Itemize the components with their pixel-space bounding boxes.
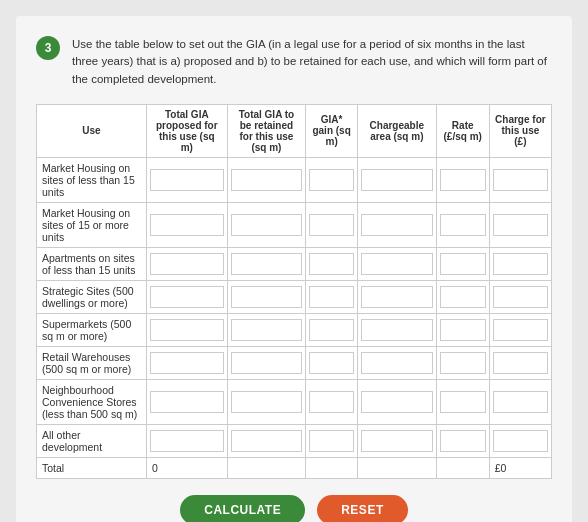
input-cell-r1-c5[interactable]: [489, 202, 551, 247]
input-cell-r4-c2[interactable]: [306, 313, 358, 346]
input-r6-c4[interactable]: [440, 391, 486, 413]
input-cell-r0-c0[interactable]: [147, 157, 228, 202]
input-r5-c4[interactable]: [440, 352, 486, 374]
input-r6-c2[interactable]: [309, 391, 354, 413]
input-r3-c3[interactable]: [361, 286, 433, 308]
input-r6-c5[interactable]: [493, 391, 548, 413]
input-r4-c0[interactable]: [150, 319, 224, 341]
input-cell-r5-c3[interactable]: [357, 346, 436, 379]
input-cell-r4-c5[interactable]: [489, 313, 551, 346]
input-cell-r0-c5[interactable]: [489, 157, 551, 202]
input-cell-r5-c1[interactable]: [227, 346, 306, 379]
input-cell-r3-c1[interactable]: [227, 280, 306, 313]
input-r1-c3[interactable]: [361, 214, 433, 236]
use-label-2: Apartments on sites of less than 15 unit…: [37, 247, 147, 280]
input-r6-c0[interactable]: [150, 391, 224, 413]
input-cell-r7-c3[interactable]: [357, 424, 436, 457]
input-r0-c3[interactable]: [361, 169, 433, 191]
calculate-button[interactable]: CALCULATE: [180, 495, 305, 522]
input-cell-r1-c0[interactable]: [147, 202, 228, 247]
input-r7-c5[interactable]: [493, 430, 548, 452]
input-cell-r4-c1[interactable]: [227, 313, 306, 346]
input-r0-c2[interactable]: [309, 169, 354, 191]
input-cell-r5-c2[interactable]: [306, 346, 358, 379]
input-r5-c2[interactable]: [309, 352, 354, 374]
input-cell-r7-c1[interactable]: [227, 424, 306, 457]
input-cell-r7-c4[interactable]: [436, 424, 489, 457]
input-r7-c0[interactable]: [150, 430, 224, 452]
input-r4-c2[interactable]: [309, 319, 354, 341]
input-r3-c1[interactable]: [231, 286, 303, 308]
input-cell-r2-c0[interactable]: [147, 247, 228, 280]
input-r1-c5[interactable]: [493, 214, 548, 236]
input-cell-r3-c4[interactable]: [436, 280, 489, 313]
input-cell-r5-c5[interactable]: [489, 346, 551, 379]
input-cell-r4-c3[interactable]: [357, 313, 436, 346]
input-cell-r0-c4[interactable]: [436, 157, 489, 202]
input-r2-c1[interactable]: [231, 253, 303, 275]
input-r4-c1[interactable]: [231, 319, 303, 341]
input-cell-r6-c4[interactable]: [436, 379, 489, 424]
input-cell-r6-c3[interactable]: [357, 379, 436, 424]
input-cell-r1-c1[interactable]: [227, 202, 306, 247]
total-col4: [306, 457, 358, 478]
input-r0-c0[interactable]: [150, 169, 224, 191]
input-cell-r2-c5[interactable]: [489, 247, 551, 280]
input-cell-r0-c2[interactable]: [306, 157, 358, 202]
input-cell-r6-c0[interactable]: [147, 379, 228, 424]
input-r3-c2[interactable]: [309, 286, 354, 308]
input-r6-c1[interactable]: [231, 391, 303, 413]
input-cell-r3-c2[interactable]: [306, 280, 358, 313]
input-cell-r1-c2[interactable]: [306, 202, 358, 247]
input-cell-r7-c0[interactable]: [147, 424, 228, 457]
input-r4-c4[interactable]: [440, 319, 486, 341]
input-r2-c0[interactable]: [150, 253, 224, 275]
input-r5-c0[interactable]: [150, 352, 224, 374]
input-cell-r6-c1[interactable]: [227, 379, 306, 424]
input-r2-c4[interactable]: [440, 253, 486, 275]
input-cell-r2-c1[interactable]: [227, 247, 306, 280]
input-cell-r2-c4[interactable]: [436, 247, 489, 280]
input-cell-r1-c3[interactable]: [357, 202, 436, 247]
input-r0-c1[interactable]: [231, 169, 303, 191]
input-r3-c5[interactable]: [493, 286, 548, 308]
input-r5-c5[interactable]: [493, 352, 548, 374]
input-cell-r6-c5[interactable]: [489, 379, 551, 424]
input-r6-c3[interactable]: [361, 391, 433, 413]
input-cell-r5-c4[interactable]: [436, 346, 489, 379]
input-r4-c3[interactable]: [361, 319, 433, 341]
input-cell-r1-c4[interactable]: [436, 202, 489, 247]
input-cell-r6-c2[interactable]: [306, 379, 358, 424]
input-r2-c5[interactable]: [493, 253, 548, 275]
input-r0-c4[interactable]: [440, 169, 486, 191]
input-r2-c3[interactable]: [361, 253, 433, 275]
input-r3-c4[interactable]: [440, 286, 486, 308]
input-cell-r5-c0[interactable]: [147, 346, 228, 379]
input-r1-c4[interactable]: [440, 214, 486, 236]
input-r2-c2[interactable]: [309, 253, 354, 275]
input-r0-c5[interactable]: [493, 169, 548, 191]
input-cell-r3-c5[interactable]: [489, 280, 551, 313]
input-r7-c2[interactable]: [309, 430, 354, 452]
input-r1-c2[interactable]: [309, 214, 354, 236]
input-cell-r0-c1[interactable]: [227, 157, 306, 202]
reset-button[interactable]: RESET: [317, 495, 408, 522]
input-cell-r2-c2[interactable]: [306, 247, 358, 280]
input-cell-r0-c3[interactable]: [357, 157, 436, 202]
input-r7-c1[interactable]: [231, 430, 303, 452]
input-r7-c3[interactable]: [361, 430, 433, 452]
input-r1-c0[interactable]: [150, 214, 224, 236]
input-r4-c5[interactable]: [493, 319, 548, 341]
input-cell-r7-c5[interactable]: [489, 424, 551, 457]
input-cell-r4-c0[interactable]: [147, 313, 228, 346]
input-r3-c0[interactable]: [150, 286, 224, 308]
input-cell-r7-c2[interactable]: [306, 424, 358, 457]
input-r5-c3[interactable]: [361, 352, 433, 374]
input-r1-c1[interactable]: [231, 214, 303, 236]
input-r5-c1[interactable]: [231, 352, 303, 374]
input-cell-r3-c3[interactable]: [357, 280, 436, 313]
input-r7-c4[interactable]: [440, 430, 486, 452]
input-cell-r2-c3[interactable]: [357, 247, 436, 280]
input-cell-r3-c0[interactable]: [147, 280, 228, 313]
input-cell-r4-c4[interactable]: [436, 313, 489, 346]
